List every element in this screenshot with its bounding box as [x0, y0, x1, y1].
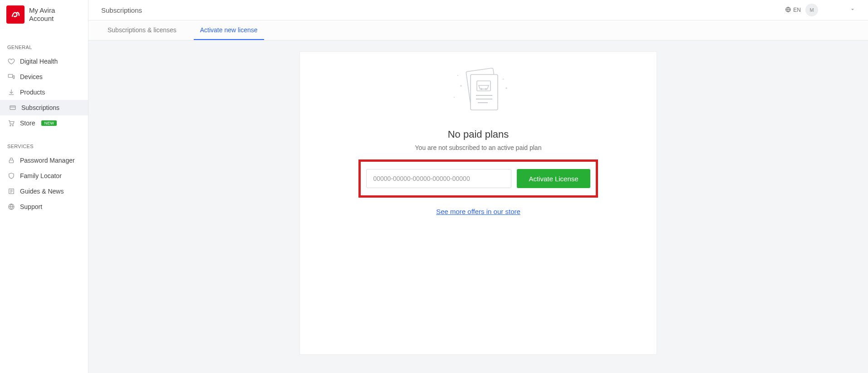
- brand-line1: My Avira: [29, 6, 55, 15]
- cart-icon: [7, 119, 15, 127]
- card-icon: [9, 104, 17, 112]
- sidebar-item-label: Store: [20, 119, 35, 127]
- devices-icon: [7, 73, 15, 81]
- globe-icon: [785, 6, 791, 14]
- sidebar-item-support[interactable]: Support: [0, 199, 88, 214]
- svg-rect-5: [9, 160, 13, 163]
- empty-state-subtitle: You are not subscribed to an active paid…: [415, 144, 542, 151]
- news-icon: [7, 187, 15, 195]
- tabbar: Subscriptions & licenses Activate new li…: [88, 20, 868, 40]
- main: Subscriptions EN M Subscriptions & licen…: [88, 0, 868, 373]
- sidebar-item-label: Subscriptions: [21, 104, 59, 111]
- topbar: Subscriptions EN M: [88, 0, 868, 20]
- download-icon: [7, 88, 15, 96]
- sidebar-item-family-locator[interactable]: Family Locator: [0, 168, 88, 184]
- sidebar-item-label: Digital Health: [20, 58, 58, 65]
- empty-state-title: No paid plans: [448, 129, 509, 140]
- sidebar-item-label: Devices: [20, 73, 43, 80]
- svg-point-15: [503, 79, 504, 80]
- activate-card: No paid plans You are not subscribed to …: [299, 51, 657, 355]
- sidebar-item-label: Support: [20, 203, 42, 210]
- sidebar-item-label: Products: [20, 89, 45, 96]
- sidebar-item-label: Guides & News: [20, 188, 64, 195]
- globe-icon: [7, 203, 15, 211]
- language-label: EN: [793, 7, 801, 13]
- svg-rect-0: [8, 75, 12, 78]
- svg-point-16: [454, 97, 455, 98]
- sidebar-item-subscriptions[interactable]: Subscriptions: [0, 100, 88, 115]
- activate-row-highlight: Activate License: [358, 159, 598, 198]
- sidebar-item-guides-news[interactable]: Guides & News: [0, 184, 88, 199]
- brand-title: My Avira Account: [29, 6, 55, 23]
- avira-logo-icon: [6, 5, 25, 24]
- content: No paid plans You are not subscribed to …: [88, 40, 868, 373]
- nav-section-general: GENERAL: [0, 32, 88, 54]
- shield-icon: [7, 172, 15, 180]
- tab-activate-new-license[interactable]: Activate new license: [194, 20, 264, 40]
- svg-point-4: [12, 125, 13, 126]
- svg-rect-10: [471, 75, 498, 110]
- sidebar-item-label: Family Locator: [20, 172, 62, 179]
- chevron-down-icon: [850, 7, 855, 12]
- activate-license-button[interactable]: Activate License: [517, 169, 590, 188]
- see-more-offers-link[interactable]: See more offers in our store: [436, 208, 520, 215]
- brand[interactable]: My Avira Account: [0, 0, 88, 32]
- svg-point-3: [10, 125, 11, 126]
- sidebar-item-store[interactable]: Store NEW: [0, 115, 88, 131]
- svg-rect-2: [10, 106, 15, 109]
- svg-point-13: [485, 89, 486, 90]
- sidebar-item-label: Password Manager: [20, 157, 75, 164]
- account-menu-dropdown[interactable]: [850, 6, 855, 14]
- page-title: Subscriptions: [101, 6, 142, 14]
- language-selector[interactable]: EN: [785, 6, 801, 14]
- sidebar: My Avira Account GENERAL Digital Health …: [0, 0, 88, 373]
- sidebar-item-password-manager[interactable]: Password Manager: [0, 153, 88, 168]
- sidebar-item-products[interactable]: Products: [0, 85, 88, 100]
- svg-point-14: [457, 75, 458, 76]
- svg-rect-1: [13, 75, 15, 79]
- tab-subscriptions-licenses[interactable]: Subscriptions & licenses: [101, 20, 183, 40]
- new-badge: NEW: [41, 120, 57, 126]
- avatar[interactable]: M: [805, 4, 818, 16]
- sidebar-item-devices[interactable]: Devices: [0, 69, 88, 85]
- nav-section-services: SERVICES: [0, 131, 88, 153]
- svg-point-12: [481, 89, 482, 90]
- license-key-input[interactable]: [366, 169, 511, 188]
- heart-icon: [7, 57, 15, 65]
- brand-line2: Account: [29, 15, 55, 23]
- empty-state-illustration-icon: [444, 65, 512, 117]
- sidebar-item-digital-health[interactable]: Digital Health: [0, 54, 88, 69]
- lock-icon: [7, 156, 15, 164]
